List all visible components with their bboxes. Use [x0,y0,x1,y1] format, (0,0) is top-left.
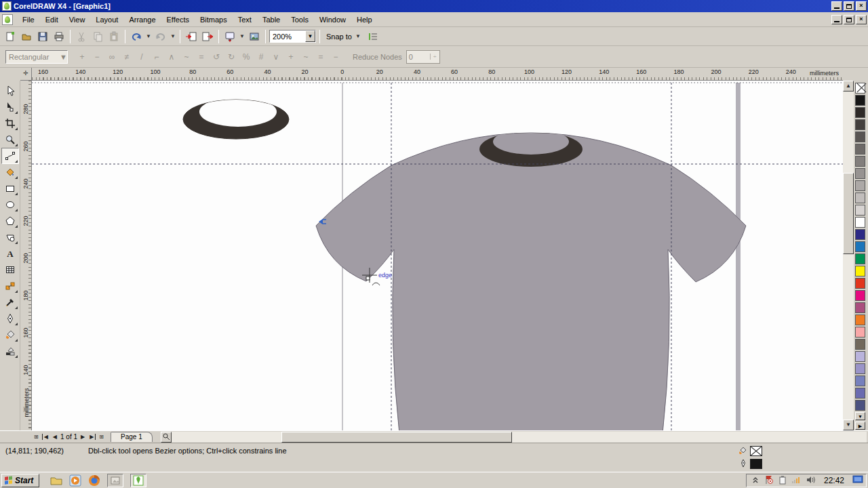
palette-scroll-down-icon[interactable]: ▼ [855,412,865,420]
coreldraw-task-button[interactable] [130,474,146,487]
menu-arrange[interactable]: Arrange [123,14,161,26]
color-swatch[interactable] [855,327,865,338]
color-swatch[interactable] [855,253,865,264]
scroll-down-icon[interactable]: ▼ [843,420,854,430]
export-icon[interactable] [200,29,215,44]
interactive-blend-tool[interactable] [1,278,19,294]
options-icon[interactable] [366,29,380,44]
first-page-icon[interactable]: ◀ [42,434,50,440]
reduce-nodes-spinner[interactable]: 0 ÷ [406,50,440,64]
color-swatch[interactable] [855,180,865,191]
display-settings-icon[interactable] [852,475,863,485]
polygon-tool[interactable] [1,213,19,229]
color-swatch[interactable] [855,205,865,216]
freehand-tool[interactable] [1,148,19,164]
menu-window[interactable]: Window [314,14,351,26]
start-button[interactable]: Start [1,474,39,487]
color-swatch[interactable] [855,339,865,350]
scroll-up-icon[interactable]: ▲ [843,81,854,92]
pan-zoom-icon[interactable] [161,432,172,443]
add-page-icon[interactable]: ⊞ [33,434,40,440]
undo-icon[interactable] [129,29,144,44]
outline-pen-tool[interactable] [1,310,19,327]
color-swatch[interactable] [855,119,865,130]
color-swatch[interactable] [855,107,865,118]
collar-ellipse-shape[interactable] [183,97,289,139]
color-swatch[interactable] [855,266,865,277]
previous-page-icon[interactable]: ◀ [52,434,58,440]
color-swatch[interactable] [855,290,865,301]
color-swatch[interactable] [855,314,865,325]
menu-table[interactable]: Table [257,14,285,26]
color-swatch[interactable] [855,168,865,179]
vertical-ruler[interactable]: 280260240220200180160140 millimeters [20,81,32,430]
menu-view[interactable]: View [64,14,91,26]
menu-edit[interactable]: Edit [40,14,64,26]
color-swatch[interactable] [855,278,865,289]
clock[interactable]: 22:42 [821,476,847,485]
color-swatch[interactable] [855,363,865,374]
no-color-swatch[interactable] [855,83,865,94]
shape-tool[interactable] [1,99,19,115]
undo-dropdown-icon[interactable]: ▼ [145,33,152,39]
save-icon[interactable] [35,29,50,44]
color-swatch[interactable] [855,375,865,386]
outline-color-swatch[interactable] [750,459,762,469]
menu-tools[interactable]: Tools [285,14,314,26]
menu-layout[interactable]: Layout [90,14,123,26]
firefox-icon[interactable] [88,474,100,487]
rectangle-tool[interactable] [1,180,19,197]
restore-button[interactable] [844,1,854,11]
ellipse-tool[interactable] [1,197,19,213]
doc-restore-button[interactable] [844,15,854,24]
horizontal-ruler[interactable]: 1601401201008060402002040608010012014016… [32,68,843,81]
vertical-scrollbar[interactable]: ▲ ▼ [843,81,854,430]
crop-tool[interactable] [1,115,19,131]
new-document-icon[interactable] [3,29,18,44]
application-launcher-icon[interactable] [222,29,237,44]
color-swatch[interactable] [855,156,865,167]
color-swatch[interactable] [855,95,865,106]
whats-new-icon[interactable] [247,29,262,44]
color-swatch[interactable] [855,229,865,240]
eyedropper-tool[interactable] [1,294,19,310]
menu-text[interactable]: Text [233,14,257,26]
tshirt-shape[interactable] [316,129,746,430]
basic-shapes-tool[interactable] [1,229,19,245]
folder-icon[interactable] [50,474,62,487]
menu-bitmaps[interactable]: Bitmaps [195,14,233,26]
interactive-fill-tool[interactable] [1,343,19,359]
corel-capture-button[interactable] [107,474,123,487]
print-icon[interactable] [52,29,66,44]
launcher-dropdown-icon[interactable]: ▼ [239,33,245,39]
minimize-button[interactable] [831,1,842,11]
open-icon[interactable] [19,29,34,44]
zoom-level-combo[interactable]: 200% ▼ [269,30,316,43]
table-tool[interactable] [1,262,19,278]
hide-icons-chevron-icon[interactable] [752,476,759,485]
fill-color-swatch[interactable] [750,446,762,456]
volume-icon[interactable] [806,476,816,485]
color-swatch[interactable] [855,217,865,228]
drawing-canvas[interactable]: edge [32,81,843,430]
security-alert-flag-icon[interactable] [764,475,774,486]
snap-to-dropdown[interactable]: Snap to ▼ [323,31,364,42]
import-icon[interactable] [184,29,199,44]
text-tool[interactable]: A [1,245,19,262]
horizontal-scroll-thumb[interactable] [281,432,512,443]
page-tab[interactable]: Page 1 [111,432,153,442]
vertical-scroll-thumb[interactable] [843,173,854,254]
preset-combo[interactable]: Rectangular ▼ [5,50,68,64]
last-page-icon[interactable]: ▶ [88,434,96,440]
zoom-dropdown-icon[interactable]: ▼ [305,30,315,42]
menu-file[interactable]: File [17,14,40,26]
pick-tool[interactable] [1,83,19,99]
doc-close-button[interactable]: × [856,15,867,24]
color-swatch[interactable] [855,144,865,155]
smart-fill-tool[interactable] [1,164,19,180]
color-swatch[interactable] [855,388,865,399]
close-button[interactable]: × [856,1,867,11]
color-swatch[interactable] [855,131,865,142]
zoom-tool[interactable] [1,131,19,148]
redo-dropdown-icon[interactable]: ▼ [170,33,176,39]
